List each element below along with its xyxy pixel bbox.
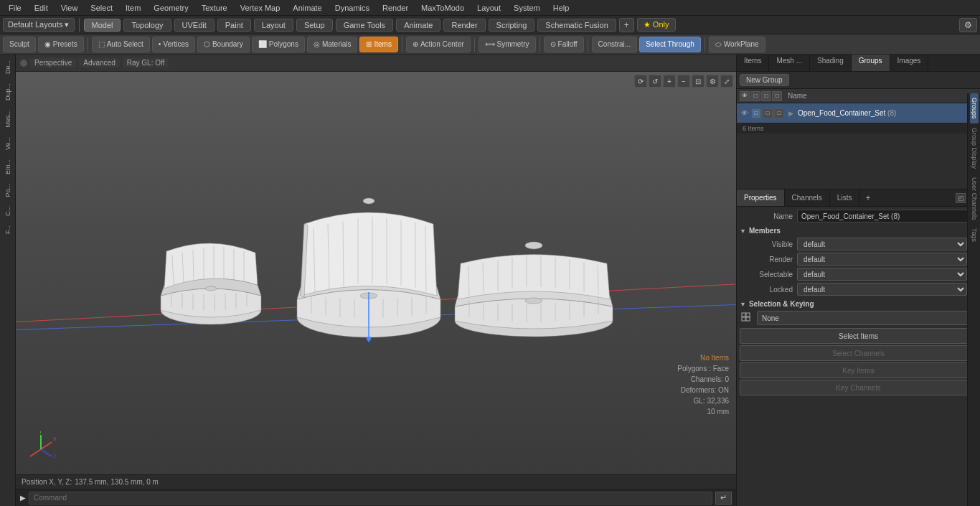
menu-file[interactable]: File <box>3 2 27 14</box>
locked-select[interactable]: default <box>797 283 967 296</box>
sidebar-tab-6[interactable]: C... <box>3 202 13 220</box>
vp-settings-btn[interactable]: ⚙ <box>706 75 719 88</box>
tab-items[interactable]: Items <box>737 55 769 71</box>
menu-layout[interactable]: Layout <box>471 2 507 14</box>
star-only-btn[interactable]: ★ Only <box>637 18 676 32</box>
right-tab-groups[interactable]: Groups <box>970 93 979 123</box>
tab-channels[interactable]: Channels <box>785 189 830 206</box>
menu-geometry[interactable]: Geometry <box>148 2 194 14</box>
add-layout-btn[interactable]: + <box>619 18 634 32</box>
sidebar-tab-0[interactable]: De... <box>3 56 13 78</box>
sidebar-tab-2[interactable]: Mes... <box>3 106 13 132</box>
name-input[interactable] <box>797 210 977 222</box>
menu-animate[interactable]: Animate <box>287 2 327 14</box>
tab-groups[interactable]: Groups <box>852 55 890 71</box>
vp-zoom-out-btn[interactable]: − <box>677 75 690 88</box>
new-group-btn[interactable]: New Group <box>740 74 789 86</box>
layout-dropdown[interactable]: Default Layouts ▾ <box>3 18 75 32</box>
key-items-btn[interactable]: Key Items <box>740 362 977 378</box>
vis-icon-btn[interactable]: 👁 <box>740 91 750 101</box>
viewport-3d[interactable]: ⟳ ↺ + − ⊡ ⚙ ⤢ No Items Polygons : Face C… <box>16 72 736 474</box>
sidebar-tab-5[interactable]: Po... <box>3 179 13 202</box>
render-select[interactable]: default <box>797 253 967 266</box>
vp-dot-1[interactable] <box>20 60 27 67</box>
command-input[interactable] <box>29 492 712 505</box>
right-tab-user-channels[interactable]: User Channels <box>970 173 979 225</box>
cmd-triangle-icon[interactable]: ▶ <box>20 494 26 502</box>
vertices-btn[interactable]: • Vertices <box>152 37 195 52</box>
vp-frame-btn[interactable]: ⊡ <box>692 75 705 88</box>
sidebar-tab-7[interactable]: F... <box>3 221 13 238</box>
menu-vertex-map[interactable]: Vertex Map <box>235 2 286 14</box>
menu-view[interactable]: View <box>55 2 84 14</box>
vp-expand-btn[interactable]: ⤢ <box>720 75 733 88</box>
symmetry-btn[interactable]: ⟺ Symmetry <box>479 37 536 52</box>
presets-btn[interactable]: ◉ Presets <box>38 37 84 52</box>
tab-mesh[interactable]: Mesh ... <box>769 55 810 71</box>
groups-list-area[interactable]: 👁 □ □ □ ▶ Open_Food_Container_Set (8) 6 … <box>737 103 980 189</box>
add-props-tab-btn[interactable]: + <box>859 191 876 205</box>
sel-keying-triangle-icon[interactable]: ▼ <box>740 301 746 308</box>
menu-dynamics[interactable]: Dynamics <box>329 2 375 14</box>
right-tab-group-display[interactable]: Group Display <box>970 123 979 173</box>
group-item-row[interactable]: 👁 □ □ □ ▶ Open_Food_Container_Set (8) <box>737 103 980 123</box>
tab-schematic-fusion[interactable]: Schematic Fusion <box>537 19 616 32</box>
key-channels-btn[interactable]: Key Channels <box>740 380 977 395</box>
tab-setup[interactable]: Setup <box>296 19 333 32</box>
none-btn[interactable]: None <box>757 311 977 325</box>
selectable-select[interactable]: default <box>797 268 967 281</box>
tab-layout[interactable]: Layout <box>254 19 293 32</box>
materials-btn[interactable]: ◎ Materials <box>307 37 358 52</box>
boundary-btn[interactable]: ⬡ Boundary <box>197 37 250 52</box>
action-center-btn[interactable]: ⊕ Action Center <box>406 37 471 52</box>
sidebar-tab-1[interactable]: Dup... <box>3 79 13 105</box>
lock-icon-btn[interactable]: □ <box>761 91 771 101</box>
menu-item[interactable]: Item <box>120 2 146 14</box>
members-triangle-icon[interactable]: ▼ <box>740 228 746 235</box>
vp-raygl-label[interactable]: Ray GL: Off <box>123 58 169 67</box>
constraints-btn[interactable]: Constrai... <box>592 37 638 52</box>
visible-select[interactable]: default <box>797 238 967 250</box>
vp-rotate-btn[interactable]: ⟳ <box>634 75 647 88</box>
workplane-btn[interactable]: ⬭ WorkPlane <box>709 37 765 52</box>
tab-paint[interactable]: Paint <box>217 19 251 32</box>
sculpt-btn[interactable]: Sculpt <box>3 37 36 52</box>
cmd-exec-btn[interactable]: ↵ <box>715 492 732 505</box>
gear-settings-btn[interactable]: ⚙ <box>959 18 977 32</box>
tab-images[interactable]: Images <box>890 55 929 71</box>
falloff-btn[interactable]: ⊙ Falloff <box>544 37 584 52</box>
vp-zoom-in-btn[interactable]: + <box>663 75 676 88</box>
tab-animate[interactable]: Animate <box>396 19 440 32</box>
tab-scripting[interactable]: Scripting <box>489 19 535 32</box>
tab-uvedit[interactable]: UVEdit <box>174 19 215 32</box>
menu-render[interactable]: Render <box>377 2 414 14</box>
render-icon-btn[interactable]: □ <box>750 91 760 101</box>
select-items-btn[interactable]: Select Items <box>740 328 977 344</box>
sidebar-tab-3[interactable]: Ve... <box>3 133 13 154</box>
vp-advanced-label[interactable]: Advanced <box>79 58 119 67</box>
row-icon-3[interactable]: □ <box>774 108 784 118</box>
menu-texture[interactable]: Texture <box>196 2 233 14</box>
items-btn[interactable]: ⊞ Items <box>359 37 397 52</box>
row-eye-icon[interactable]: 👁 <box>740 108 750 118</box>
auto-select-btn[interactable]: ⬚ Auto Select <box>92 37 150 52</box>
vp-perspective-label[interactable]: Perspective <box>30 58 76 67</box>
tab-game-tools[interactable]: Game Tools <box>336 19 394 32</box>
menu-edit[interactable]: Edit <box>29 2 54 14</box>
tab-properties[interactable]: Properties <box>737 189 785 206</box>
menu-help[interactable]: Help <box>547 2 575 14</box>
menu-system[interactable]: System <box>508 2 546 14</box>
menu-maxtomodo[interactable]: MaxToModo <box>415 2 470 14</box>
tab-model[interactable]: Model <box>84 19 121 32</box>
polygons-btn[interactable]: ⬜ Polygons <box>252 37 305 52</box>
tab-shading[interactable]: Shading <box>810 55 852 71</box>
select-channels-btn[interactable]: Select Channels <box>740 345 977 361</box>
tab-lists[interactable]: Lists <box>830 189 860 206</box>
tab-render[interactable]: Render <box>443 19 485 32</box>
sidebar-tab-4[interactable]: Em... <box>3 155 13 179</box>
row-icon-1[interactable]: □ <box>751 108 761 118</box>
expand-btn-1[interactable]: ◰ <box>956 193 966 203</box>
menu-select[interactable]: Select <box>85 2 118 14</box>
select-through-btn[interactable]: Select Through <box>639 37 701 52</box>
vp-reset-btn[interactable]: ↺ <box>649 75 661 88</box>
